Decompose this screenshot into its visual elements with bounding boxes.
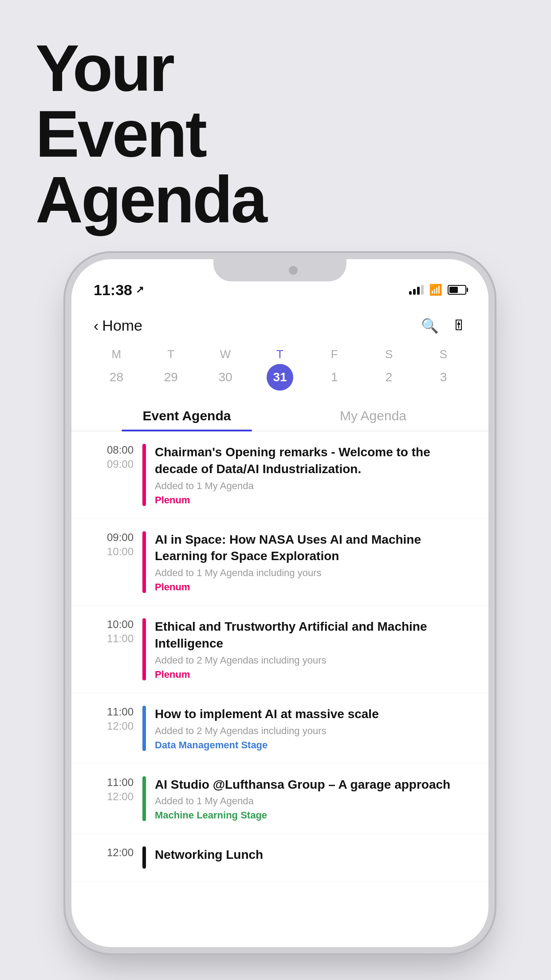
status-bar: 11:38 ↗ 📶 <box>71 259 488 308</box>
tabs: Event Agenda My Agenda <box>71 399 488 431</box>
calendar-day-sat[interactable]: S 2 <box>376 348 402 391</box>
status-icons: 📶 <box>409 284 466 296</box>
event-content: Ethical and Trustworthy Artificial and M… <box>155 618 471 680</box>
camera <box>289 266 298 275</box>
calendar-day-thu-active[interactable]: T 31 <box>267 348 293 391</box>
event-content: Networking Lunch <box>155 846 471 863</box>
tab-event-agenda[interactable]: Event Agenda <box>94 399 280 431</box>
filter-icon[interactable]: 🎚 <box>452 317 466 334</box>
time-block: 11:00 12:00 <box>89 706 134 732</box>
list-item[interactable]: 09:00 10:00 AI in Space: How NASA Uses A… <box>71 519 488 606</box>
page-wrapper: Your Event Agenda 11:38 <box>0 0 551 980</box>
time-block: 08:00 09:00 <box>89 444 134 470</box>
notch <box>213 259 346 281</box>
event-content: How to implement AI at massive scale Add… <box>155 706 471 751</box>
list-item[interactable]: 12:00 Networking Lunch <box>71 834 488 881</box>
event-content: AI in Space: How NASA Uses AI and Machin… <box>155 531 471 593</box>
event-color-bar <box>142 444 146 506</box>
list-item[interactable]: 10:00 11:00 Ethical and Trustworthy Arti… <box>71 606 488 693</box>
phone-mockup: 11:38 ↗ 📶 <box>71 259 488 947</box>
back-button[interactable]: ‹ Home <box>94 317 142 334</box>
list-item[interactable]: 08:00 09:00 Chairman's Opening remarks -… <box>71 431 488 519</box>
calendar-day-mon[interactable]: M 28 <box>103 348 130 391</box>
event-color-bar <box>142 618 146 680</box>
calendar-day-fri[interactable]: F 1 <box>321 348 348 391</box>
calendar-day-wed[interactable]: W 30 <box>212 348 239 391</box>
search-icon[interactable]: 🔍 <box>421 317 439 334</box>
event-content: Chairman's Opening remarks - Welcome to … <box>155 444 471 506</box>
phone-nav: ‹ Home 🔍 🎚 <box>71 308 488 343</box>
signal-icon <box>409 285 424 295</box>
time-block: 12:00 <box>89 846 134 859</box>
event-color-bar <box>142 776 146 822</box>
tab-my-agenda[interactable]: My Agenda <box>280 399 466 431</box>
location-icon: ↗ <box>136 284 144 296</box>
calendar-day-tue[interactable]: T 29 <box>157 348 184 391</box>
time-block: 11:00 12:00 <box>89 776 134 803</box>
agenda-list: 08:00 09:00 Chairman's Opening remarks -… <box>71 431 488 890</box>
event-content: AI Studio @Lufthansa Group – A garage ap… <box>155 776 471 822</box>
event-color-bar <box>142 531 146 593</box>
battery-icon <box>448 285 466 295</box>
list-item[interactable]: 11:00 12:00 AI Studio @Lufthansa Group –… <box>71 764 488 834</box>
event-color-bar <box>142 706 146 751</box>
list-item[interactable]: 11:00 12:00 How to implement AI at massi… <box>71 693 488 764</box>
calendar-strip: M 28 T 29 W 30 T 31 F 1 <box>71 343 488 399</box>
phone-container: 11:38 ↗ 📶 <box>36 259 524 947</box>
calendar-day-sun[interactable]: S 3 <box>430 348 457 391</box>
status-time: 11:38 ↗ <box>94 281 144 299</box>
nav-icons: 🔍 🎚 <box>421 317 466 334</box>
wifi-icon: 📶 <box>429 284 442 296</box>
time-block: 09:00 10:00 <box>89 531 134 558</box>
event-color-bar <box>142 846 146 869</box>
chevron-left-icon: ‹ <box>94 317 98 334</box>
hero-title: Your Event Agenda <box>35 36 266 233</box>
time-block: 10:00 11:00 <box>89 618 134 645</box>
